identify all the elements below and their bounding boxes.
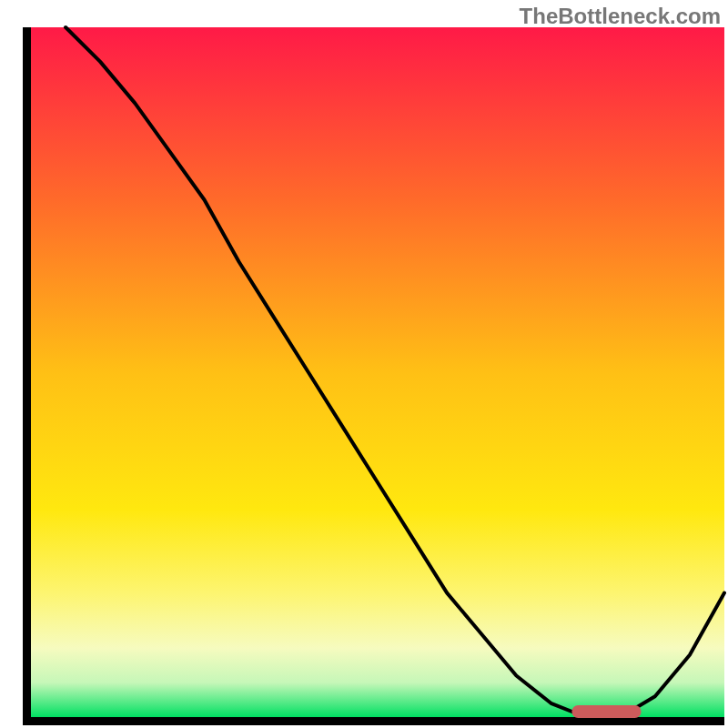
chart-svg	[0, 0, 728, 728]
plot-background	[31, 27, 724, 717]
bottleneck-chart	[0, 0, 728, 728]
sweet-spot-marker	[571, 705, 641, 718]
watermark-text: TheBottleneck.com	[520, 4, 721, 29]
y-axis	[23, 27, 31, 725]
